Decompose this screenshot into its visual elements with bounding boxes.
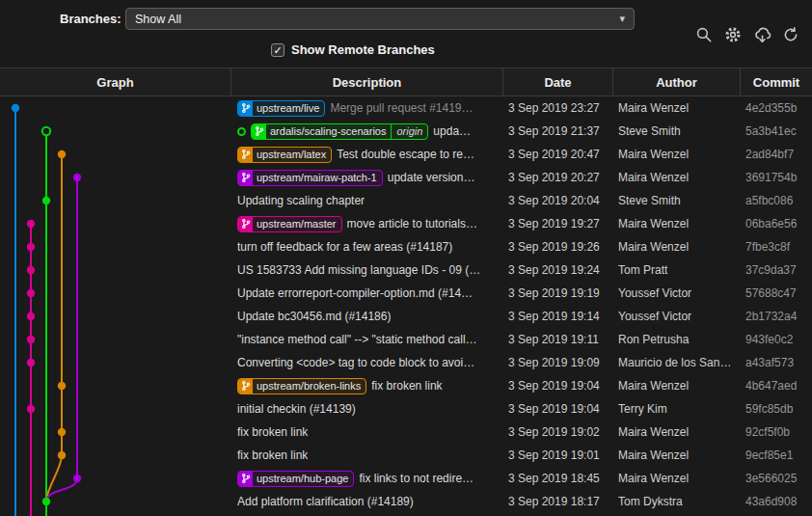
column-header-date[interactable]: Date — [503, 68, 613, 95]
commit-date: 3 Sep 2019 19:02 — [503, 425, 613, 439]
commit-message: fix broken link — [237, 448, 308, 462]
git-branch-icon — [238, 378, 253, 394]
description-cell: upstream/hub-pagefix links to not redire… — [231, 471, 503, 487]
commit-message: Test double escape to re… — [337, 148, 474, 161]
description-cell: Add platform clarification (#14189) — [231, 495, 503, 508]
commit-author: Steve Smith — [613, 194, 741, 207]
branch-badge[interactable]: upstream/mairaw-patch-1 — [237, 170, 383, 186]
commit-row[interactable]: fix broken link3 Sep 2019 19:01Maira Wen… — [0, 444, 812, 467]
commit-message: upda… — [433, 124, 471, 138]
branch-badge[interactable]: upstream/hub-page — [237, 471, 354, 487]
commit-row[interactable]: turn off feedback for a few areas (#1418… — [0, 235, 812, 258]
commit-row[interactable]: Converting <code> tag to code block to a… — [0, 351, 812, 374]
commit-date: 3 Sep 2019 19:04 — [503, 379, 613, 393]
branch-name: upstream/live — [253, 102, 324, 114]
refresh-icon[interactable] — [781, 25, 800, 44]
commit-hash: 3691754b — [741, 171, 812, 184]
commit-hash: 57688c47 — [741, 286, 812, 300]
description-cell: US 1583733 Add missing language IDs - 09… — [231, 263, 503, 277]
commit-hash: 92cf5f0b — [741, 425, 812, 439]
commit-row[interactable]: US 1583733 Add missing language IDs - 09… — [0, 258, 812, 282]
commit-hash: a43af573 — [741, 356, 812, 369]
commit-hash: 43a6d908 — [741, 495, 812, 508]
column-header-author[interactable]: Author — [613, 68, 741, 95]
show-remote-row: ✓ Show Remote Branches — [271, 42, 435, 57]
branches-dropdown[interactable]: Show All ▾ — [125, 8, 635, 30]
commit-row[interactable]: Updating scaling chapter3 Sep 2019 20:04… — [0, 189, 812, 212]
commit-message: Updating scaling chapter — [237, 194, 365, 207]
commit-author: Tom Dykstra — [613, 495, 741, 508]
show-remote-label: Show Remote Branches — [291, 42, 435, 57]
commit-message: Update bc30456.md (#14186) — [237, 310, 391, 323]
description-cell: upstream/mairaw-patch-1update version… — [231, 170, 503, 186]
commit-row[interactable]: upstream/broken-linksfix broken link3 Se… — [0, 374, 812, 397]
commit-message: turn off feedback for a few areas (#1418… — [237, 240, 452, 254]
commit-hash: 59fc85db — [741, 402, 812, 416]
commit-row[interactable]: upstream/mairaw-patch-1update version…3 … — [0, 166, 812, 189]
commit-date: 3 Sep 2019 19:09 — [503, 356, 613, 369]
description-cell: Update errorreport-compiler-option.md (#… — [231, 286, 503, 300]
branch-name: upstream/hub-page — [253, 473, 353, 484]
git-branch-icon — [238, 216, 253, 232]
branch-name: upstream/master — [253, 218, 341, 230]
commit-message: "instance method call" --> "static metho… — [237, 333, 477, 346]
column-header-description[interactable]: Description — [231, 68, 503, 95]
commit-row[interactable]: ardalis/scaling-scenariosoriginupda…3 Se… — [0, 120, 812, 143]
git-branch-icon — [238, 471, 253, 487]
git-branch-icon — [252, 123, 266, 140]
commit-hash: 2ad84bf7 — [741, 148, 812, 161]
commit-message: Add platform clarification (#14189) — [237, 495, 414, 508]
branch-name: upstream/mairaw-patch-1 — [253, 172, 382, 183]
branch-badge[interactable]: upstream/master — [237, 216, 342, 232]
commit-hash: 5a3b41ec — [741, 124, 812, 138]
commit-row[interactable]: Add platform clarification (#14189)3 Sep… — [0, 490, 812, 513]
description-cell: upstream/latexTest double escape to re… — [231, 147, 503, 163]
description-cell: fix broken link — [231, 425, 503, 439]
commit-hash: 37c9da37 — [741, 263, 812, 277]
checked-out-indicator — [237, 127, 246, 136]
description-cell: upstream/broken-linksfix broken link — [231, 378, 503, 394]
fetch-cloud-download-icon[interactable] — [752, 25, 771, 44]
git-branch-icon — [238, 100, 253, 117]
branch-badge[interactable]: upstream/latex — [237, 147, 332, 163]
commit-row[interactable]: upstream/liveMerge pull request #1419…3 … — [0, 96, 812, 120]
branches-dropdown-value: Show All — [135, 13, 181, 26]
commit-message: fix links to not redire… — [359, 472, 474, 485]
commit-hash: 9ecf85e1 — [741, 448, 812, 462]
commit-row[interactable]: initial checkin (#14139)3 Sep 2019 19:04… — [0, 397, 812, 421]
commit-date: 3 Sep 2019 19:19 — [503, 286, 613, 300]
description-cell: turn off feedback for a few areas (#1418… — [231, 240, 503, 254]
commit-row[interactable]: Update errorreport-compiler-option.md (#… — [0, 282, 812, 305]
commit-message: US 1583733 Add missing language IDs - 09… — [237, 263, 480, 277]
commit-author: Maira Wenzel — [613, 101, 741, 115]
commit-date: 3 Sep 2019 19:24 — [503, 263, 613, 277]
commit-hash: 06ba6e56 — [741, 217, 812, 231]
description-cell: upstream/mastermove article to tutorials… — [231, 216, 503, 232]
branch-badge[interactable]: ardalis/scaling-scenariosorigin — [251, 123, 428, 140]
branch-badge[interactable]: upstream/broken-links — [237, 378, 366, 394]
branch-badge[interactable]: upstream/live — [237, 100, 325, 117]
commit-row[interactable]: Update bc30456.md (#14186)3 Sep 2019 19:… — [0, 305, 812, 328]
commit-table-body: upstream/liveMerge pull request #1419…3 … — [0, 96, 812, 516]
toolbar: Branches: Show All ▾ ✓ Show Remote Branc… — [0, 0, 812, 68]
commit-hash: 3e566025 — [741, 472, 812, 485]
column-header-graph[interactable]: Graph — [0, 68, 231, 95]
commit-date: 3 Sep 2019 20:47 — [503, 148, 613, 161]
commit-row[interactable]: upstream/mastermove article to tutorials… — [0, 212, 812, 235]
commit-message: Update errorreport-compiler-option.md (#… — [237, 286, 473, 300]
commit-author: Maira Wenzel — [613, 379, 741, 393]
commit-row[interactable]: upstream/latexTest double escape to re…3… — [0, 143, 812, 166]
commit-row[interactable]: "instance method call" --> "static metho… — [0, 328, 812, 351]
column-header-commit[interactable]: Commit — [741, 68, 812, 95]
commit-row[interactable]: upstream/hub-pagefix links to not redire… — [0, 467, 812, 490]
show-remote-checkbox[interactable]: ✓ — [271, 43, 284, 57]
commit-author: Maira Wenzel — [613, 425, 741, 439]
settings-gear-icon[interactable] — [723, 25, 743, 44]
toolbar-icons — [694, 25, 800, 44]
description-cell: Updating scaling chapter — [231, 194, 503, 207]
commit-date: 3 Sep 2019 21:37 — [503, 124, 613, 138]
commit-hash: 7fbe3c8f — [741, 240, 812, 254]
commit-row[interactable]: fix broken link3 Sep 2019 19:02Maira Wen… — [0, 421, 812, 444]
commit-message: fix broken link — [371, 379, 442, 393]
search-icon[interactable] — [694, 25, 714, 44]
